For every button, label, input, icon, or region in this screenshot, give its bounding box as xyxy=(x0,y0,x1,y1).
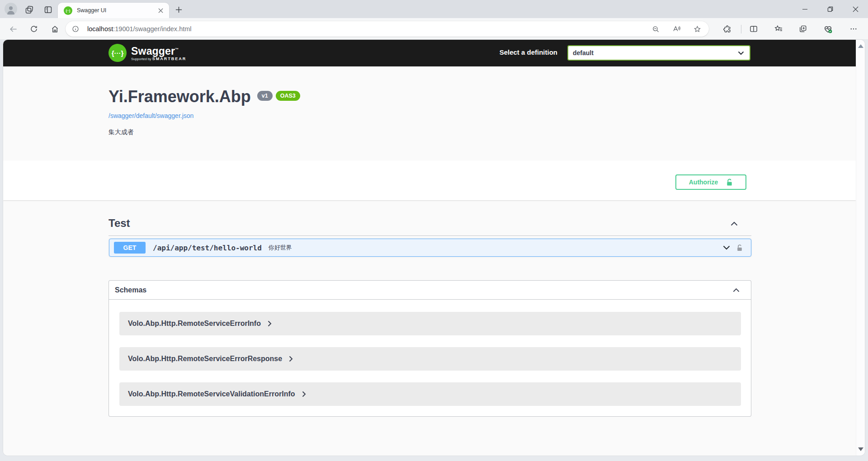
workspaces-icon xyxy=(24,5,34,14)
authorize-button[interactable]: Authorize xyxy=(675,174,746,190)
new-tab-button[interactable] xyxy=(173,4,184,15)
close-button[interactable] xyxy=(843,0,868,18)
url-host: localhost xyxy=(87,25,113,33)
chevron-down-icon[interactable] xyxy=(723,245,730,250)
url-path: :19001/swagger/index.html xyxy=(113,25,191,33)
refresh-icon xyxy=(30,25,38,33)
swagger-favicon-icon: {··} xyxy=(64,6,72,15)
operation-summary: 你好世界 xyxy=(269,244,292,252)
operation-get-hello-world[interactable]: GET /api/app/test/hello-world 你好世界 xyxy=(109,239,751,257)
refresh-button[interactable] xyxy=(28,23,40,35)
scroll-down-arrow-icon[interactable] xyxy=(858,447,863,451)
api-title: Yi.Framework.Abp xyxy=(108,87,251,107)
tag-collapse-button[interactable] xyxy=(727,218,741,230)
logo-word: Swagger xyxy=(131,45,175,56)
chevron-right-icon xyxy=(302,391,306,397)
tab-title: Swagger UI xyxy=(77,7,156,14)
home-button[interactable] xyxy=(49,23,61,35)
api-title-row: Yi.Framework.Abp v1 OAS3 xyxy=(108,87,300,107)
tab-bar: {··} Swagger UI xyxy=(0,0,868,18)
chevron-right-icon xyxy=(289,356,293,362)
tab-close-icon[interactable] xyxy=(156,5,165,15)
method-badge: GET xyxy=(114,242,146,254)
restore-icon xyxy=(827,6,833,12)
settings-more-icon[interactable] xyxy=(848,23,859,35)
swagger-logo-text: Swagger™ Supported by SMARTBEAR xyxy=(131,45,186,61)
logo-tagline: Supported by xyxy=(131,57,152,61)
back-button[interactable] xyxy=(7,23,19,35)
api-description: 集大成者 xyxy=(108,128,134,136)
operation-path: /api/app/test/hello-world xyxy=(153,244,262,252)
tag-section-title: Test xyxy=(108,217,130,230)
model-name: Volo.Abp.Http.RemoteServiceValidationErr… xyxy=(128,390,295,398)
read-aloud-icon[interactable] xyxy=(671,24,682,34)
version-badge: v1 xyxy=(257,91,273,101)
schemas-title: Schemas xyxy=(115,286,146,294)
definition-select[interactable]: default xyxy=(567,45,750,61)
chevron-right-icon xyxy=(268,320,272,327)
plus-icon xyxy=(175,6,182,13)
scheme-container: Authorize xyxy=(3,160,856,200)
model-row-remote-service-validation-error-info[interactable]: Volo.Abp.Http.RemoteServiceValidationErr… xyxy=(119,382,741,406)
close-icon xyxy=(853,6,859,12)
model-name: Volo.Abp.Http.RemoteServiceErrorInfo xyxy=(128,320,261,328)
swagger-logo-icon: {···} xyxy=(108,44,127,62)
chevron-down-icon xyxy=(738,51,744,55)
chevron-up-icon xyxy=(731,221,738,226)
chevron-up-icon xyxy=(733,288,740,292)
swagger-logo: {···} Swagger™ Supported by SMARTBEAR xyxy=(108,44,186,62)
model-row-remote-service-error-info[interactable]: Volo.Abp.Http.RemoteServiceErrorInfo xyxy=(119,312,741,335)
browser-toolbar: localhost:19001/swagger/index.html xyxy=(0,18,868,40)
definition-select-label: Select a definition xyxy=(500,48,557,56)
schemas-section: Schemas Volo.Abp.Http.RemoteServiceError… xyxy=(108,280,751,417)
profile-avatar[interactable] xyxy=(5,3,17,15)
logo-brand: SMARTBEAR xyxy=(152,56,187,61)
swagger-topbar: {···} Swagger™ Supported by SMARTBEAR Se… xyxy=(3,40,856,66)
authorize-label: Authorize xyxy=(689,179,718,186)
schemas-header[interactable]: Schemas xyxy=(109,281,751,300)
address-bar[interactable]: localhost:19001/swagger/index.html xyxy=(66,21,709,37)
operation-lock-icon[interactable] xyxy=(736,244,743,252)
unlocked-padlock-icon xyxy=(726,179,733,186)
tab-actions-icon xyxy=(43,5,53,14)
workspaces-icon[interactable] xyxy=(23,4,35,15)
swagger-page: {···} Swagger™ Supported by SMARTBEAR Se… xyxy=(3,40,856,456)
logo-trademark: ™ xyxy=(175,47,179,52)
vertical-scrollbar[interactable] xyxy=(856,40,865,456)
window-controls xyxy=(792,0,868,18)
model-name: Volo.Abp.Http.RemoteServiceErrorResponse xyxy=(128,355,282,363)
tag-divider xyxy=(108,235,751,236)
collections-icon[interactable] xyxy=(797,23,809,35)
oas3-badge: OAS3 xyxy=(276,91,300,101)
home-icon xyxy=(51,25,59,33)
extensions-icon[interactable] xyxy=(722,23,733,35)
url-text[interactable]: localhost:19001/swagger/index.html xyxy=(87,25,650,33)
definition-selected-value: default xyxy=(573,49,738,56)
tab-actions-icon[interactable] xyxy=(42,4,54,15)
zoom-out-icon[interactable] xyxy=(650,24,661,34)
model-row-remote-service-error-response[interactable]: Volo.Abp.Http.RemoteServiceErrorResponse xyxy=(119,347,741,371)
scroll-up-arrow-icon[interactable] xyxy=(858,44,863,48)
minimize-icon xyxy=(802,9,807,9)
favorite-star-icon[interactable] xyxy=(692,24,703,34)
toolbar-divider xyxy=(741,25,741,33)
browser-essentials-icon[interactable] xyxy=(822,23,834,35)
site-info-icon[interactable] xyxy=(70,24,81,34)
person-icon xyxy=(6,5,16,14)
page-frame: {···} Swagger™ Supported by SMARTBEAR Se… xyxy=(3,40,865,456)
spec-json-link[interactable]: /swagger/default/swagger.json xyxy=(108,112,193,119)
schemas-collapse-button[interactable] xyxy=(729,285,743,296)
minimize-button[interactable] xyxy=(792,0,817,18)
split-screen-icon[interactable] xyxy=(748,23,760,35)
browser-tab[interactable]: {··} Swagger UI xyxy=(58,3,169,18)
favorites-bar-icon[interactable] xyxy=(773,23,784,35)
restore-button[interactable] xyxy=(817,0,843,18)
back-icon xyxy=(9,25,18,33)
